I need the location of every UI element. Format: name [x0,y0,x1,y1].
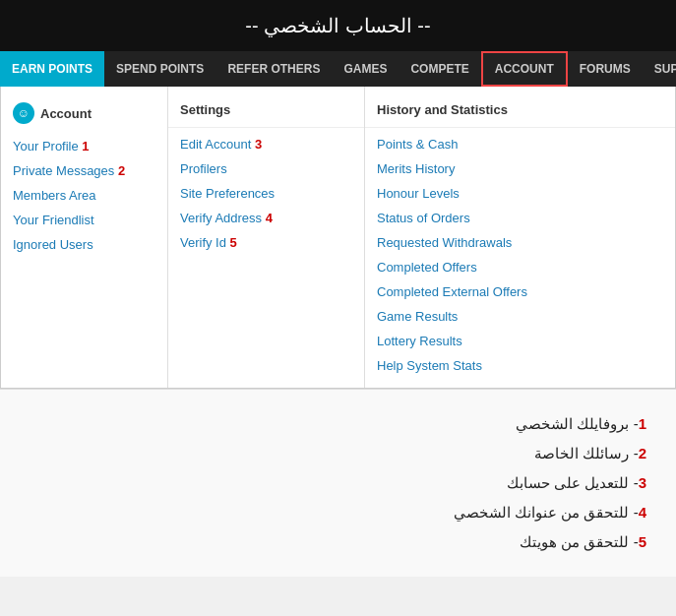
bottom-section: 1- بروفايلك الشخصي 2- رسائلك الخاصة 3- ل… [0,389,676,577]
dropdown-col-history: History and Statistics Points & Cash Mer… [365,87,675,388]
list-item: Game Results [365,304,675,329]
your-profile-link[interactable]: Your Profile 1 [13,139,90,154]
list-item: Your Profile 1 [1,134,167,158]
nav-forums[interactable]: FORUMS [568,51,643,87]
list-item: Profilers [168,156,364,181]
user-icon: ☺ [13,102,34,124]
dropdown-col-settings: Settings Edit Account 3 Profilers Site P… [168,87,365,388]
list-item: Ignored Users [1,232,167,257]
verify-address-link[interactable]: Verify Address 4 [180,211,273,225]
private-messages-link[interactable]: Private Messages 2 [13,163,125,178]
site-preferences-link[interactable]: Site Preferences [180,186,275,201]
nav-account[interactable]: ACCOUNT [481,51,568,87]
profilers-link[interactable]: Profilers [180,161,227,176]
nav-earn-points[interactable]: EARN POINTS [0,51,104,87]
list-item: Members Area [1,183,167,208]
members-area-text: Members Area [13,188,96,203]
help-system-stats-link[interactable]: Help System Stats [377,358,482,373]
history-col-header: History and Statistics [365,96,675,128]
list-item: Merits History [365,156,675,181]
list-item: Status of Orders [365,206,675,230]
game-results-link[interactable]: Game Results [377,309,458,324]
points-cash-link[interactable]: Points & Cash [377,137,458,152]
bottom-line-1: 1- بروفايلك الشخصي [30,409,646,439]
friendlist-link[interactable]: Your Friendlist [13,213,94,227]
list-item: Site Preferences [168,181,364,206]
list-item: Completed Offers [365,255,675,279]
ignored-users-link[interactable]: Ignored Users [13,237,93,252]
edit-account-link[interactable]: Edit Account 3 [180,137,262,152]
list-item: Your Friendlist [1,208,167,232]
nav-support[interactable]: SUPPORT [643,51,676,87]
friendlist-text: Your Friendlist [13,213,94,227]
bottom-line-2: 2- رسائلك الخاصة [30,439,646,468]
nav-refer-others[interactable]: REFER OTHERS [215,51,332,87]
list-item: Help System Stats [365,353,675,378]
nav-spend-points[interactable]: SPEND POINTS [104,51,215,87]
bottom-line-4: 4- للتحقق من عنوانك الشخصي [30,498,646,527]
history-menu-list: Points & Cash Merits History Honour Leve… [365,132,675,378]
completed-offers-link[interactable]: Completed Offers [377,260,477,275]
header-title: -- الحساب الشخصي -- [245,15,430,36]
nav-games[interactable]: GAMES [332,51,399,87]
members-area-link[interactable]: Members Area [13,188,96,203]
settings-col-header: Settings [168,96,364,128]
ignored-users-text: Ignored Users [13,237,93,252]
nav-compete[interactable]: COMPETE [399,51,480,87]
account-col-header: Account [40,106,92,121]
verify-id-link[interactable]: Verify Id 5 [180,235,237,250]
requested-withdrawals-link[interactable]: Requested Withdrawals [377,235,512,250]
list-item: Lottery Results [365,329,675,353]
settings-menu-list: Edit Account 3 Profilers Site Preference… [168,132,364,255]
navbar: EARN POINTS SPEND POINTS REFER OTHERS GA… [0,51,676,87]
lottery-results-link[interactable]: Lottery Results [377,334,462,348]
list-item: Verify Address 4 [168,206,364,230]
dropdown-menu: ☺ Account Your Profile 1 Private Message… [0,87,676,389]
merits-history-link[interactable]: Merits History [377,161,455,176]
list-item: Honour Levels [365,181,675,206]
completed-external-offers-link[interactable]: Completed External Offers [377,284,527,299]
page-header: -- الحساب الشخصي -- [0,0,676,51]
list-item: Verify Id 5 [168,230,364,255]
list-item: Edit Account 3 [168,132,364,156]
your-profile-text: Your Profile [13,139,79,154]
dropdown-col-account: ☺ Account Your Profile 1 Private Message… [1,87,168,388]
status-orders-link[interactable]: Status of Orders [377,211,470,225]
list-item: Points & Cash [365,132,675,156]
bottom-line-5: 5- للتحقق من هويتك [30,527,646,557]
bottom-line-3: 3- للتعديل على حسابك [30,468,646,498]
account-menu-list: Your Profile 1 Private Messages 2 Member… [1,134,167,257]
list-item: Completed External Offers [365,279,675,304]
private-messages-text: Private Messages [13,163,114,178]
list-item: Requested Withdrawals [365,230,675,255]
list-item: Private Messages 2 [1,158,167,183]
honour-levels-link[interactable]: Honour Levels [377,186,460,201]
